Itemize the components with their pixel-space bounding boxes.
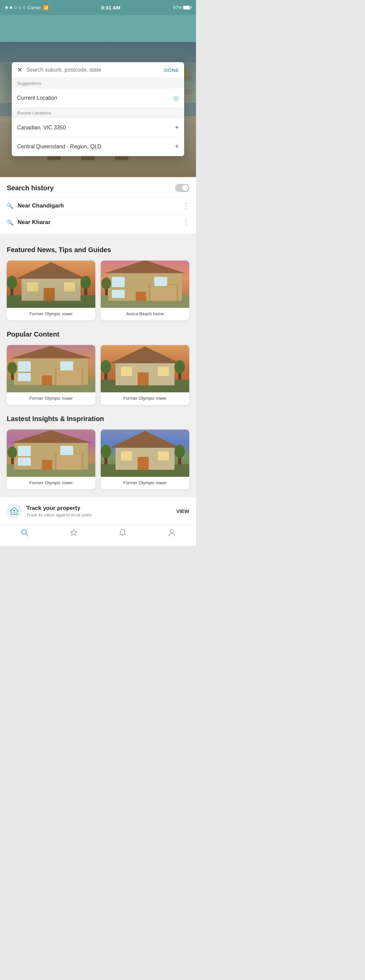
status-bar: Carrier 📶 9:41 AM 97% bbox=[0, 0, 196, 15]
add-location-icon-1[interactable]: + bbox=[175, 143, 179, 150]
search-input[interactable] bbox=[26, 67, 160, 73]
popular-card-label-0: Former Olympic rower bbox=[7, 392, 95, 405]
svg-rect-20 bbox=[27, 283, 38, 292]
search-bar: ✕ DONE bbox=[12, 62, 184, 78]
insights-title: Lastest Insights & Inspriration bbox=[7, 415, 189, 423]
nav-search[interactable] bbox=[20, 528, 29, 539]
track-property-banner[interactable]: Track your property Track its value agai… bbox=[0, 498, 196, 525]
svg-point-23 bbox=[7, 276, 17, 289]
featured-news-grid: Former Olympic rower bbox=[7, 261, 189, 320]
svg-rect-44 bbox=[42, 375, 53, 385]
featured-card-label-0: Former Olympic rower bbox=[7, 308, 95, 320]
svg-rect-79 bbox=[158, 452, 169, 461]
star-icon bbox=[69, 528, 78, 537]
carrier-label: Carrier bbox=[27, 5, 41, 10]
search-modal: ✕ DONE Suggestions Current Location ◎ Re… bbox=[12, 62, 184, 156]
nav-saved[interactable] bbox=[69, 528, 78, 539]
history-item-left-0: 🔍 Near Chandigarh bbox=[7, 202, 64, 209]
svg-marker-88 bbox=[70, 529, 77, 536]
house-svg-4 bbox=[7, 430, 95, 477]
track-property-icon bbox=[7, 504, 22, 519]
svg-point-72 bbox=[8, 446, 17, 458]
close-button[interactable]: ✕ bbox=[17, 67, 22, 73]
recent-location-item-1[interactable]: Central Queensland - Region, QLD + bbox=[12, 137, 184, 156]
header-teal-bar bbox=[0, 15, 196, 42]
done-button[interactable]: DONE bbox=[164, 67, 179, 73]
svg-rect-22 bbox=[11, 286, 14, 295]
insights-section: Lastest Insights & Inspriration bbox=[0, 412, 196, 496]
svg-rect-56 bbox=[158, 367, 169, 376]
insights-card-image-0 bbox=[7, 430, 95, 477]
svg-rect-19 bbox=[44, 288, 55, 301]
recent-location-item-0[interactable]: Canadian, VIC 3350 + bbox=[12, 118, 184, 137]
svg-rect-78 bbox=[121, 452, 132, 461]
signal-dot-3 bbox=[14, 6, 17, 9]
history-item-left-1: 🔍 Near Kharar bbox=[7, 219, 50, 226]
view-button[interactable]: VIEW bbox=[177, 508, 189, 514]
svg-rect-34 bbox=[112, 290, 125, 298]
house-svg-0 bbox=[7, 261, 95, 308]
insights-card-0[interactable]: Former Olympic rower bbox=[7, 430, 95, 489]
history-item-1[interactable]: 🔍 Near Kharar ⋮ bbox=[7, 214, 189, 231]
svg-rect-17 bbox=[22, 279, 81, 301]
svg-rect-24 bbox=[84, 286, 87, 295]
nav-alerts[interactable] bbox=[118, 528, 127, 539]
current-location-row[interactable]: Current Location ◎ bbox=[12, 89, 184, 108]
battery-icon bbox=[183, 6, 191, 10]
history-text-1: Near Kharar bbox=[18, 219, 50, 226]
search-icon bbox=[20, 528, 29, 537]
svg-rect-43 bbox=[56, 369, 81, 385]
insights-card-label-0: Former Olympic rower bbox=[7, 477, 95, 489]
featured-card-1[interactable]: Avoca Beach home bbox=[101, 261, 189, 320]
person-icon bbox=[167, 528, 176, 537]
history-search-icon-0: 🔍 bbox=[7, 203, 14, 209]
svg-rect-69 bbox=[18, 458, 31, 466]
svg-point-37 bbox=[101, 277, 111, 289]
search-history-section: Search history 🔍 Near Chandigarh ⋮ 🔍 Nea… bbox=[0, 177, 196, 234]
svg-point-25 bbox=[80, 276, 91, 289]
wifi-icon: 📶 bbox=[43, 5, 49, 10]
svg-rect-16 bbox=[7, 295, 95, 308]
popular-card-1[interactable]: Former Olympic rower bbox=[101, 345, 189, 405]
bottom-navigation bbox=[0, 525, 196, 546]
history-more-0[interactable]: ⋮ bbox=[183, 202, 189, 210]
popular-content-section: Popular Content bbox=[0, 327, 196, 412]
svg-rect-66 bbox=[56, 454, 81, 470]
content-section: Search history 🔍 Near Chandigarh ⋮ 🔍 Nea… bbox=[0, 177, 196, 525]
popular-card-label-1: Former Olympic rower bbox=[101, 392, 189, 405]
history-toggle[interactable] bbox=[175, 184, 189, 192]
add-location-icon-0[interactable]: + bbox=[175, 124, 179, 132]
svg-point-49 bbox=[8, 362, 17, 374]
svg-point-85 bbox=[14, 510, 15, 512]
featured-news-section: Featured News, Tips and Guides bbox=[0, 237, 196, 327]
svg-rect-35 bbox=[154, 277, 167, 286]
history-more-1[interactable]: ⋮ bbox=[183, 218, 189, 226]
popular-card-image-0 bbox=[7, 345, 95, 392]
battery-fill bbox=[183, 6, 190, 9]
recent-locations-header: Recent Locations bbox=[12, 108, 184, 118]
search-nav-icon bbox=[20, 528, 29, 539]
history-item-0[interactable]: 🔍 Near Chandigarh ⋮ bbox=[7, 197, 189, 214]
nav-profile[interactable] bbox=[167, 528, 176, 539]
svg-rect-67 bbox=[42, 460, 53, 470]
bell-icon bbox=[118, 528, 127, 537]
signal-dot-1 bbox=[5, 6, 8, 9]
location-name-0: Canadian, VIC 3350 bbox=[17, 125, 66, 131]
featured-card-0[interactable]: Former Olympic rower bbox=[7, 261, 95, 320]
svg-rect-31 bbox=[150, 285, 176, 301]
time-display: 9:41 AM bbox=[101, 5, 120, 11]
track-text: Track your property Track its value agai… bbox=[26, 505, 92, 517]
featured-card-image-0 bbox=[7, 261, 95, 308]
track-title: Track your property bbox=[26, 505, 92, 512]
popular-content-title: Popular Content bbox=[7, 331, 189, 338]
svg-rect-68 bbox=[18, 446, 31, 456]
house-svg-3 bbox=[101, 345, 189, 392]
svg-point-83 bbox=[174, 445, 185, 458]
insights-card-1[interactable]: Former Olympic rower bbox=[101, 430, 189, 489]
signal-dot-4 bbox=[19, 6, 21, 9]
svg-rect-32 bbox=[136, 292, 146, 301]
popular-content-grid: Former Olympic rower bbox=[7, 345, 189, 405]
signal-dot-5 bbox=[23, 6, 26, 9]
popular-card-0[interactable]: Former Olympic rower bbox=[7, 345, 95, 405]
battery-percent: 97% bbox=[173, 5, 182, 10]
